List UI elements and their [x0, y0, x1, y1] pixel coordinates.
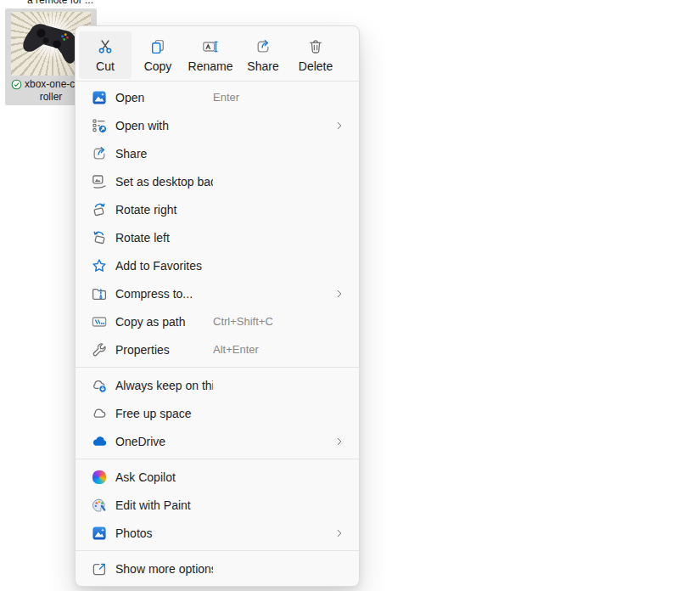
- menu-item-label: Set as desktop background: [115, 175, 213, 189]
- photos-app-icon: [91, 89, 108, 106]
- delete-button[interactable]: Delete: [289, 31, 342, 79]
- copy-button[interactable]: Copy: [132, 31, 184, 79]
- menu-item-properties[interactable]: Properties Alt+Enter: [79, 335, 356, 363]
- sync-check-icon: [11, 79, 22, 90]
- always-keep-cloud-icon: [91, 377, 108, 394]
- rename-label: Rename: [188, 59, 233, 73]
- menu-item-label: Copy as path: [115, 315, 213, 329]
- shortcut-hint: Enter: [213, 91, 239, 104]
- menu-separator: [76, 81, 359, 82]
- menu-item-add-to-favorites[interactable]: Add to Favorites: [79, 251, 356, 279]
- menu-item-label: Properties: [115, 343, 213, 357]
- shortcut-hint: Ctrl+Shift+C: [213, 315, 273, 328]
- menu-item-label: Edit with Paint: [115, 498, 213, 512]
- copy-as-path-icon: [91, 313, 108, 330]
- menu-item-share[interactable]: Share: [79, 139, 356, 167]
- menu-item-label: Compress to...: [115, 287, 213, 301]
- clipped-file-label-above: a remote for ...: [14, 0, 107, 6]
- share-button[interactable]: Share: [237, 31, 289, 79]
- cloud-icon: [91, 405, 108, 422]
- menu-item-copy-as-path[interactable]: Copy as path Ctrl+Shift+C: [79, 307, 356, 335]
- menu-separator: [76, 459, 359, 459]
- compress-zip-icon: [91, 285, 108, 302]
- cut-button[interactable]: Cut: [79, 31, 132, 79]
- menu-item-label: Photos: [115, 526, 213, 540]
- menu-item-label: Open with: [115, 119, 213, 132]
- photos-app-icon: [91, 525, 108, 542]
- shortcut-hint: Alt+Enter: [213, 343, 259, 356]
- share-icon: [255, 38, 272, 55]
- open-with-icon: [91, 117, 108, 134]
- menu-item-label: Free up space: [115, 407, 213, 420]
- share-icon: [91, 145, 108, 162]
- menu-item-label: Always keep on this device: [115, 379, 213, 392]
- wrench-icon: [91, 341, 108, 358]
- menu-separator: [76, 367, 359, 368]
- show-more-options-icon: [91, 560, 108, 577]
- share-label: Share: [247, 59, 278, 73]
- chevron-right-icon: [333, 436, 345, 447]
- cut-label: Cut: [96, 59, 115, 73]
- menu-item-open[interactable]: Open Enter: [79, 83, 356, 111]
- menu-item-set-as-desktop-background[interactable]: Set as desktop background: [79, 167, 356, 195]
- star-icon: [91, 257, 108, 274]
- menu-item-label: Show more options: [115, 562, 213, 576]
- desktop-background-icon: [91, 173, 108, 190]
- menu-separator: [76, 550, 359, 551]
- menu-item-onedrive[interactable]: OneDrive: [79, 427, 356, 455]
- menu-item-label: Ask Copilot: [115, 470, 213, 484]
- menu-item-label: Rotate left: [115, 231, 213, 245]
- delete-label: Delete: [299, 59, 333, 73]
- delete-icon: [307, 38, 324, 55]
- rotate-left-icon: [91, 229, 108, 246]
- context-menu: Cut Copy Rename Share Delete Open: [75, 25, 360, 587]
- menu-item-label: Add to Favorites: [115, 259, 213, 273]
- menu-item-rotate-left[interactable]: Rotate left: [79, 223, 356, 251]
- rename-icon: [202, 38, 219, 55]
- menu-item-label: Rotate right: [115, 203, 213, 217]
- menu-item-label: OneDrive: [115, 435, 213, 448]
- desktop-canvas: a remote for ...: [0, 0, 700, 591]
- copy-icon: [149, 38, 166, 55]
- menu-item-ask-copilot[interactable]: Ask Copilot: [79, 463, 356, 491]
- menu-item-show-more-options[interactable]: Show more options: [79, 554, 356, 583]
- cut-icon: [97, 38, 114, 55]
- menu-item-compress-to[interactable]: Compress to...: [79, 279, 356, 307]
- menu-item-rotate-right[interactable]: Rotate right: [79, 195, 356, 223]
- menu-item-photos[interactable]: Photos: [79, 519, 356, 547]
- copilot-icon: [91, 469, 108, 486]
- rename-button[interactable]: Rename: [184, 31, 237, 79]
- menu-item-label: Share: [115, 147, 213, 160]
- rotate-right-icon: [91, 201, 108, 218]
- chevron-right-icon: [333, 288, 345, 300]
- quick-actions-bar: Cut Copy Rename Share Delete: [76, 30, 359, 79]
- menu-item-edit-with-paint[interactable]: Edit with Paint: [79, 491, 356, 519]
- chevron-right-icon: [333, 527, 345, 539]
- chevron-right-icon: [333, 120, 345, 132]
- menu-item-free-up-space[interactable]: Free up space: [79, 399, 356, 427]
- copy-label: Copy: [144, 59, 172, 73]
- onedrive-icon: [91, 433, 108, 450]
- menu-item-open-with[interactable]: Open with: [79, 111, 356, 139]
- paint-icon: [91, 497, 108, 514]
- menu-item-always-keep-on-this-device[interactable]: Always keep on this device: [79, 371, 356, 399]
- menu-item-label: Open: [115, 91, 213, 104]
